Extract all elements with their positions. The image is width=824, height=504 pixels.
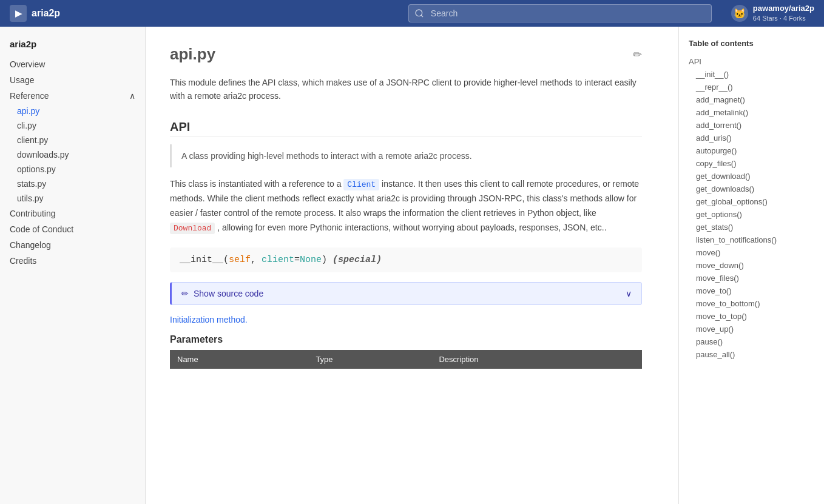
method-param-client: client (262, 255, 294, 265)
sidebar-item-options-py[interactable]: options.py (0, 162, 145, 176)
method-self: self (229, 255, 251, 265)
toc-item-get_options[interactable]: get_options() (689, 208, 814, 221)
sidebar-item-usage[interactable]: Usage (0, 72, 145, 88)
header-title: aria2p (32, 8, 60, 19)
api-section-heading: API (170, 120, 642, 137)
search-wrap (408, 4, 712, 22)
intro-text: This module defines the API class, which… (170, 76, 642, 103)
client-code: Client (343, 179, 379, 190)
sidebar-item-cli-py[interactable]: cli.py (0, 118, 145, 133)
params-col-name: Name (170, 350, 308, 369)
toc-item-repr[interactable]: __repr__() (689, 81, 814, 93)
github-details: pawamoy/aria2p 64 Stars · 4 Forks (753, 4, 814, 22)
toc-item-move_to_top[interactable]: move_to_top() (689, 310, 814, 323)
sidebar-item-overview[interactable]: Overview (0, 56, 145, 72)
sidebar-brand: aria2p (0, 39, 145, 56)
sidebar-item-utils-py[interactable]: utils.py (0, 191, 145, 206)
sidebar-item-changelog[interactable]: Changelog (0, 237, 145, 253)
toc-item-copy_files[interactable]: copy_files() (689, 157, 814, 170)
toc-item-init[interactable]: __init__() (689, 68, 814, 81)
params-table: Name Type Description (170, 350, 642, 369)
main-content: api.py ✏ This module defines the API cla… (146, 27, 666, 504)
page-title-wrap: api.py ✏ (170, 45, 642, 64)
toc-items: API__init__()__repr__()add_magnet()add_m… (689, 55, 814, 361)
show-source-button[interactable]: ✏ Show source code ∨ (170, 282, 642, 305)
toc-item-listen_to_notifications[interactable]: listen_to_notifications() (689, 234, 814, 246)
toc-item-add_torrent[interactable]: add_torrent() (689, 119, 814, 132)
params-col-description: Description (431, 350, 642, 369)
toc-item-autopurge[interactable]: autopurge() (689, 144, 814, 157)
sidebar-item-credits[interactable]: Credits (0, 253, 145, 269)
sidebar: aria2p Overview Usage Reference ∧ api.py… (0, 27, 146, 504)
toc-item-move[interactable]: move() (689, 246, 814, 259)
github-stats: 64 Stars · 4 Forks (753, 14, 814, 22)
download-code: Download (170, 223, 215, 234)
toc-item-pause[interactable]: pause() (689, 335, 814, 348)
sidebar-item-contributing[interactable]: Contributing (0, 206, 145, 221)
search-icon-wrap (408, 4, 712, 22)
chevron-down-icon: ∨ (626, 289, 632, 298)
toc-item-get_download[interactable]: get_download() (689, 170, 814, 183)
chevron-icon: ∧ (129, 91, 135, 101)
toc-item-move_down[interactable]: move_down() (689, 259, 814, 272)
toc-item-move_up[interactable]: move_up() (689, 323, 814, 335)
logo-icon: ▶ (10, 5, 27, 22)
sidebar-item-reference[interactable]: Reference ∧ (0, 88, 145, 104)
header-logo[interactable]: ▶ aria2p (10, 5, 60, 22)
toc-item-move_to[interactable]: move_to() (689, 284, 814, 297)
sidebar-item-stats-py[interactable]: stats.py (0, 176, 145, 191)
toc-item-get_stats[interactable]: get_stats() (689, 221, 814, 234)
github-repo: pawamoy/aria2p (753, 4, 814, 14)
toc-title: Table of contents (689, 39, 814, 48)
sidebar-item-code-of-conduct[interactable]: Code of Conduct (0, 221, 145, 237)
page-title: api.py (170, 45, 215, 64)
toc-item-get_downloads[interactable]: get_downloads() (689, 183, 814, 195)
pencil-icon: ✏ (181, 289, 189, 298)
toc-item-move_files[interactable]: move_files() (689, 272, 814, 284)
toc-item-add_magnet[interactable]: add_magnet() (689, 93, 814, 106)
github-info[interactable]: 🐱 pawamoy/aria2p 64 Stars · 4 Forks (731, 4, 814, 22)
init-text: Initialization method. (170, 315, 642, 324)
api-body-text: This class is instantiated with a refere… (170, 177, 642, 235)
toc-item-get_global_options[interactable]: get_global_options() (689, 195, 814, 208)
toc-item-pause_all[interactable]: pause_all() (689, 348, 814, 361)
method-special: (special) (333, 255, 382, 265)
github-icon: 🐱 (731, 5, 748, 22)
layout: aria2p Overview Usage Reference ∧ api.py… (0, 27, 824, 504)
api-description: A class providing high-level methods to … (170, 144, 642, 167)
sidebar-item-client-py[interactable]: client.py (0, 133, 145, 147)
method-signature: __init__(self, client=None) (special) (170, 247, 642, 272)
method-default: None (300, 255, 322, 265)
edit-icon[interactable]: ✏ (633, 48, 642, 61)
params-col-type: Type (308, 350, 431, 369)
show-source-left: ✏ Show source code (181, 289, 263, 298)
sidebar-item-api-py[interactable]: api.py (0, 104, 145, 118)
toc-item-add_metalink[interactable]: add_metalink() (689, 106, 814, 119)
toc: Table of contents API__init__()__repr__(… (678, 27, 824, 504)
method-name-init: __init__( (180, 255, 229, 265)
toc-item-move_to_bottom[interactable]: move_to_bottom() (689, 297, 814, 310)
search-input[interactable] (408, 4, 712, 22)
toc-item-api[interactable]: API (689, 55, 814, 68)
header: ▶ aria2p 🐱 pawamoy/aria2p 64 Stars · 4 F… (0, 0, 824, 27)
toc-item-add_uris[interactable]: add_uris() (689, 132, 814, 144)
params-heading: Parameters (170, 334, 642, 345)
sidebar-item-downloads-py[interactable]: downloads.py (0, 147, 145, 162)
